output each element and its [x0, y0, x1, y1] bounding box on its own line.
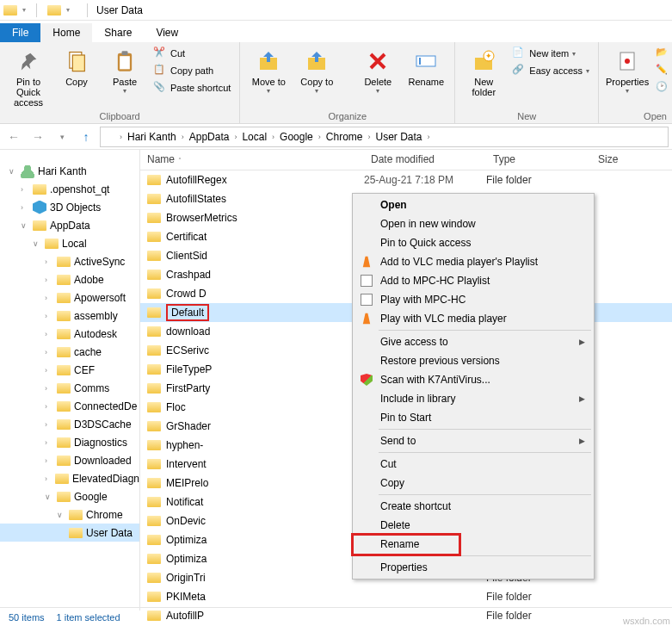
- tab-share[interactable]: Share: [92, 23, 144, 42]
- expander-icon[interactable]: ›: [45, 257, 53, 266]
- move-to-button[interactable]: Move to▾: [247, 46, 290, 97]
- expander-icon[interactable]: ›: [45, 456, 53, 465]
- column-date[interactable]: Date modified: [364, 150, 486, 170]
- address-bar[interactable]: › Hari Kanth› AppData› Local› Google› Ch…: [100, 127, 669, 147]
- cm-delete[interactable]: Delete: [354, 516, 592, 535]
- tree-item[interactable]: ›cache: [0, 343, 139, 361]
- cm-vlc-playlist[interactable]: Add to VLC media player's Playlist: [354, 252, 592, 271]
- chevron-right-icon[interactable]: ›: [426, 133, 432, 141]
- chevron-right-icon[interactable]: ›: [270, 133, 276, 141]
- tree-item[interactable]: ∨Chrome: [0, 505, 139, 524]
- paste-button[interactable]: Paste ▾: [103, 46, 146, 97]
- tree-item[interactable]: ›assembly: [0, 307, 139, 325]
- tree-item[interactable]: ›ElevatedDiagn: [0, 469, 139, 487]
- tree-item[interactable]: ›3D Objects: [0, 198, 139, 216]
- breadcrumb[interactable]: User Data: [373, 131, 423, 143]
- chevron-right-icon[interactable]: ›: [317, 133, 323, 141]
- tree-item[interactable]: ›Diagnostics: [0, 433, 139, 451]
- cm-pin-quick-access[interactable]: Pin to Quick access: [354, 233, 592, 252]
- back-button[interactable]: ←: [3, 127, 24, 147]
- copy-button[interactable]: Copy: [55, 46, 98, 89]
- breadcrumb[interactable]: AppData: [188, 131, 231, 143]
- recent-dropdown-icon[interactable]: ▾: [52, 127, 72, 147]
- breadcrumb[interactable]: Local: [240, 131, 268, 143]
- tree-item[interactable]: ∨Local: [0, 234, 139, 252]
- expander-icon[interactable]: ∨: [9, 167, 17, 176]
- cm-open-new-window[interactable]: Open in new window: [354, 214, 592, 233]
- properties-button[interactable]: Properties▾: [606, 46, 649, 97]
- breadcrumb[interactable]: Chrome: [324, 131, 365, 143]
- forward-button[interactable]: →: [28, 127, 48, 147]
- cm-open[interactable]: Open: [354, 195, 592, 214]
- cm-rename[interactable]: Rename: [354, 535, 592, 554]
- breadcrumb[interactable]: Hari Kanth: [126, 131, 178, 143]
- up-button[interactable]: ↑: [76, 127, 96, 147]
- open-button[interactable]: 📂Open▾: [654, 46, 672, 61]
- expander-icon[interactable]: ›: [21, 203, 29, 212]
- expander-icon[interactable]: ∨: [45, 493, 53, 501]
- tree-item[interactable]: ›D3DSCache: [0, 415, 139, 433]
- expander-icon[interactable]: ›: [45, 348, 53, 356]
- expander-icon[interactable]: ›: [45, 312, 53, 320]
- cm-scan-k7[interactable]: Scan with K7AntiVirus...: [354, 370, 592, 389]
- chevron-right-icon[interactable]: ›: [118, 133, 124, 141]
- expander-icon[interactable]: ›: [45, 330, 53, 338]
- cm-include-library[interactable]: Include in library▶: [354, 389, 592, 408]
- pin-to-quick-access-button[interactable]: Pin to Quick access: [7, 46, 50, 109]
- cm-play-vlc[interactable]: Play with VLC media player: [354, 309, 592, 328]
- tab-home[interactable]: Home: [40, 23, 92, 42]
- edit-button[interactable]: ✏️Edit: [654, 63, 672, 78]
- column-size[interactable]: Size: [591, 150, 660, 170]
- expander-icon[interactable]: ›: [45, 438, 53, 447]
- column-type[interactable]: Type: [486, 150, 591, 170]
- file-row[interactable]: AutofillRegex25-Aug-21 7:18 PMFile folde…: [140, 170, 672, 189]
- expander-icon[interactable]: ›: [45, 384, 53, 393]
- tree-item[interactable]: ∨Google: [0, 487, 139, 505]
- cm-play-mpc[interactable]: Play with MPC-HC: [354, 290, 592, 309]
- expander-icon[interactable]: ›: [21, 185, 29, 194]
- expander-icon[interactable]: ›: [45, 474, 52, 483]
- cm-mpc-playlist[interactable]: Add to MPC-HC Playlist: [354, 271, 592, 290]
- tree-item[interactable]: ›ActiveSync: [0, 252, 139, 270]
- expander-icon[interactable]: ∨: [57, 511, 65, 519]
- expander-icon[interactable]: ›: [45, 294, 53, 302]
- cm-properties[interactable]: Properties: [354, 558, 592, 577]
- tab-view[interactable]: View: [144, 23, 190, 42]
- navigation-pane[interactable]: ∨Hari Kanth›.openshot_qt›3D Objects∨AppD…: [0, 150, 140, 611]
- qat-dropdown-icon[interactable]: ▾: [66, 6, 70, 14]
- new-item-button[interactable]: 📄New item▾: [510, 46, 591, 61]
- expander-icon[interactable]: ›: [45, 402, 53, 411]
- cm-cut[interactable]: Cut: [354, 455, 592, 474]
- delete-button[interactable]: Delete▾: [356, 46, 399, 97]
- chevron-right-icon[interactable]: ›: [366, 133, 372, 141]
- tree-item[interactable]: ›Downloaded: [0, 451, 139, 469]
- tree-item[interactable]: ›.openshot_qt: [0, 180, 139, 198]
- expander-icon[interactable]: ›: [45, 420, 53, 429]
- cm-copy[interactable]: Copy: [354, 474, 592, 493]
- cut-button[interactable]: ✂️Cut: [151, 46, 232, 61]
- tree-item[interactable]: ∨AppData: [0, 216, 139, 234]
- cm-pin-start[interactable]: Pin to Start: [354, 408, 592, 427]
- chevron-right-icon[interactable]: ›: [232, 133, 238, 141]
- tree-item[interactable]: User Data: [0, 524, 139, 542]
- paste-shortcut-button[interactable]: 📎Paste shortcut: [151, 80, 232, 96]
- cm-send-to[interactable]: Send to▶: [354, 431, 592, 450]
- tree-item[interactable]: ›Comms: [0, 379, 139, 397]
- tree-item[interactable]: ›Autodesk: [0, 325, 139, 343]
- cm-give-access[interactable]: Give access to▶: [354, 332, 592, 351]
- breadcrumb[interactable]: Google: [278, 131, 315, 143]
- tree-item[interactable]: ∨Hari Kanth: [0, 162, 139, 180]
- tree-item[interactable]: ›Apowersoft: [0, 288, 139, 307]
- history-button[interactable]: 🕑History: [654, 80, 672, 96]
- rename-button[interactable]: Rename: [404, 46, 447, 89]
- tree-item[interactable]: ›CEF: [0, 361, 139, 379]
- cm-restore-previous[interactable]: Restore previous versions: [354, 351, 592, 370]
- tab-file[interactable]: File: [0, 23, 40, 42]
- file-row[interactable]: PKIMetaFile folder: [140, 587, 672, 606]
- expander-icon[interactable]: ∨: [33, 239, 41, 248]
- cm-create-shortcut[interactable]: Create shortcut: [354, 497, 592, 516]
- chevron-right-icon[interactable]: ›: [180, 133, 186, 141]
- tree-item[interactable]: ›Adobe: [0, 270, 139, 288]
- column-name[interactable]: Name˄: [140, 150, 364, 170]
- expander-icon[interactable]: ∨: [21, 221, 29, 230]
